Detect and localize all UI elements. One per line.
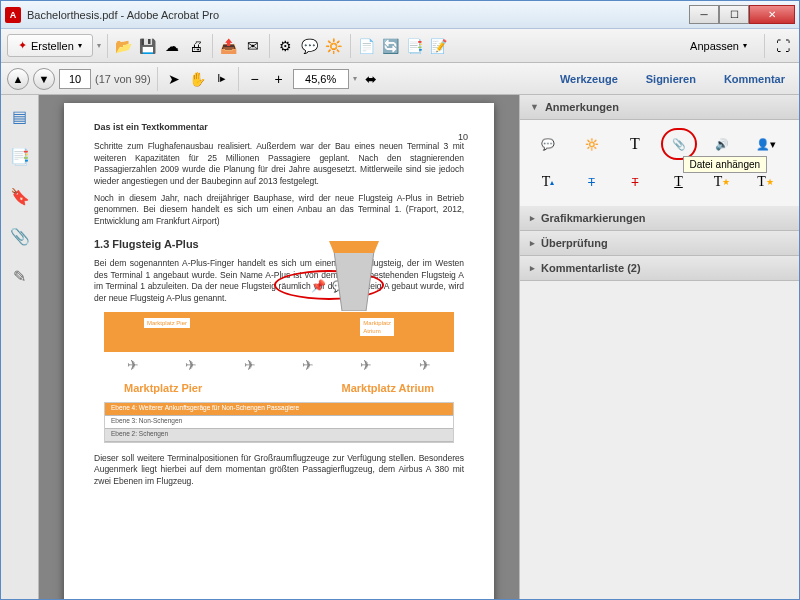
- separator: [238, 67, 239, 91]
- text-tool[interactable]: T: [621, 132, 649, 156]
- label-left: Marktplatz Pier: [124, 381, 202, 396]
- email-icon[interactable]: ✉: [243, 36, 263, 56]
- bookmarks-icon[interactable]: 🔖: [9, 185, 31, 207]
- panel-anmerkungen-header[interactable]: ▼Anmerkungen: [520, 95, 799, 120]
- zoom-input[interactable]: [293, 69, 349, 89]
- ueber-label: Überprüfung: [541, 237, 608, 249]
- window-controls: ─ ☐ ✕: [689, 5, 795, 24]
- pointer-icon[interactable]: ➤: [164, 69, 184, 89]
- cloud-icon[interactable]: ☁: [162, 36, 182, 56]
- label-marktplatz-pier-top: Marktplatz Pier: [144, 318, 190, 328]
- titlebar: A Bachelorthesis.pdf - Adobe Acrobat Pro…: [1, 1, 799, 29]
- rotate-icon[interactable]: 🔄: [381, 36, 401, 56]
- plane-row: ✈✈✈✈✈✈: [94, 352, 464, 379]
- layer-3: Ebene 3: Non-Schengen: [105, 416, 453, 429]
- label-right: Marktplatz Atrium: [342, 381, 435, 396]
- select-icon[interactable]: I▸: [212, 69, 232, 89]
- chevron-right-icon: ▸: [530, 213, 535, 223]
- separator: [157, 67, 158, 91]
- anmerkungen-label: Anmerkungen: [545, 101, 619, 113]
- fullscreen-icon[interactable]: ⛶: [773, 36, 793, 56]
- layer-4: Ebene 4: Weiterer Ankunftsgeräge für Non…: [105, 403, 453, 416]
- add-note-tool[interactable]: T★: [708, 170, 736, 194]
- strikeout-tool[interactable]: T: [621, 170, 649, 194]
- highlight-tool[interactable]: 🔆: [578, 132, 606, 156]
- save-icon[interactable]: 💾: [138, 36, 158, 56]
- separator: [764, 34, 765, 58]
- chevron-down-icon: ▼: [530, 102, 539, 112]
- delete-page-icon[interactable]: 📄: [357, 36, 377, 56]
- page-down-button[interactable]: ▼: [33, 68, 55, 90]
- comments-panel: ▼Anmerkungen 💬 🔆 T 📎 Datei anhängen 🔊 👤▾…: [519, 95, 799, 600]
- attach-file-tool[interactable]: 📎 Datei anhängen: [665, 132, 693, 156]
- page-number: 10: [458, 131, 468, 143]
- highlight-icon[interactable]: 🔆: [324, 36, 344, 56]
- edit-page-icon[interactable]: 📝: [429, 36, 449, 56]
- insert-text-tool[interactable]: T▴: [534, 170, 562, 194]
- chevron-right-icon: ▸: [530, 263, 535, 273]
- left-sidebar: ▤ 📑 🔖 📎 ✎: [1, 95, 39, 600]
- paragraph-1: Schritte zum Flughafenausbau realisiert.…: [94, 141, 464, 187]
- audio-tool[interactable]: 🔊: [708, 132, 736, 156]
- liste-label: Kommentarliste (2): [541, 262, 641, 274]
- panel-kommentarliste-header[interactable]: ▸Kommentarliste (2): [520, 256, 799, 281]
- settings-icon[interactable]: ⚙: [276, 36, 296, 56]
- thumbnails-icon[interactable]: ▤: [9, 105, 31, 127]
- diagram-labels: Marktplatz Pier Marktplatz Atrium: [94, 379, 464, 398]
- tab-werkzeuge[interactable]: Werkzeuge: [552, 67, 626, 91]
- maximize-button[interactable]: ☐: [719, 5, 749, 24]
- section-heading: 1.3 Flugsteig A-Plus: [94, 237, 464, 252]
- open-icon[interactable]: 📂: [114, 36, 134, 56]
- separator: [212, 34, 213, 58]
- hand-icon[interactable]: ✋: [188, 69, 208, 89]
- main-area: ▤ 📑 🔖 📎 ✎ Das ist ein Textkommentar 10 S…: [1, 95, 799, 600]
- terminal-diagram: Marktplatz Pier MarktplatzAtrium ✈✈✈✈✈✈ …: [94, 312, 464, 443]
- zoom-out-icon[interactable]: −: [245, 69, 265, 89]
- page-count-label: (17 von 99): [95, 73, 151, 85]
- tab-kommentar[interactable]: Kommentar: [716, 67, 793, 91]
- minimize-button[interactable]: ─: [689, 5, 719, 24]
- anpassen-button[interactable]: Anpassen ▾: [681, 35, 756, 57]
- tooltip: Datei anhängen: [683, 156, 768, 173]
- document-area[interactable]: Das ist ein Textkommentar 10 Schritte zu…: [39, 95, 519, 600]
- diagram-layers: Ebene 4: Weiterer Ankunftsgeräge für Non…: [104, 402, 454, 443]
- page-number-input[interactable]: [59, 69, 91, 89]
- plane-icon: ✈: [360, 356, 372, 375]
- tab-signieren[interactable]: Signieren: [638, 67, 704, 91]
- signatures-icon[interactable]: ✎: [9, 265, 31, 287]
- app-icon: A: [5, 7, 21, 23]
- text-box-tool[interactable]: T★: [752, 170, 780, 194]
- page-up-button[interactable]: ▲: [7, 68, 29, 90]
- comment-bubble-icon[interactable]: 💬: [300, 36, 320, 56]
- separator: [107, 34, 108, 58]
- panel-ueberpruefung-header[interactable]: ▸Überprüfung: [520, 231, 799, 256]
- panel-grafik-header[interactable]: ▸Grafikmarkierungen: [520, 206, 799, 231]
- right-tabs: Werkzeuge Signieren Kommentar: [552, 67, 793, 91]
- attachments-icon[interactable]: 📎: [9, 225, 31, 247]
- plane-icon: ✈: [419, 356, 431, 375]
- sticky-note-tool[interactable]: 💬: [534, 132, 562, 156]
- erstellen-dropdown[interactable]: ▾: [97, 41, 101, 50]
- print-icon[interactable]: 🖨: [186, 36, 206, 56]
- erstellen-button[interactable]: ✦Erstellen▾: [7, 34, 93, 57]
- svg-marker-1: [329, 241, 379, 253]
- stamp-tool[interactable]: 👤▾: [752, 132, 780, 156]
- window-title: Bachelorthesis.pdf - Adobe Acrobat Pro: [27, 9, 689, 21]
- plane-icon: ✈: [127, 356, 139, 375]
- close-button[interactable]: ✕: [749, 5, 795, 24]
- fit-width-icon[interactable]: ⬌: [361, 69, 381, 89]
- zoom-in-icon[interactable]: +: [269, 69, 289, 89]
- diagram-top-band: Marktplatz Pier MarktplatzAtrium: [104, 312, 454, 352]
- label-marktplatz-atrium-top: MarktplatzAtrium: [360, 318, 394, 336]
- share-icon[interactable]: 📤: [219, 36, 239, 56]
- main-toolbar: ✦Erstellen▾ ▾ 📂 💾 ☁ 🖨 📤 ✉ ⚙ 💬 🔆 📄 🔄 📑 📝 …: [1, 29, 799, 63]
- plane-icon: ✈: [244, 356, 256, 375]
- extract-icon[interactable]: 📑: [405, 36, 425, 56]
- svg-marker-0: [334, 251, 374, 311]
- zoom-dropdown[interactable]: ▾: [353, 74, 357, 83]
- layer-2: Ebene 2: Schengen: [105, 429, 453, 442]
- underline-tool[interactable]: T: [665, 170, 693, 194]
- pages-icon[interactable]: 📑: [9, 145, 31, 167]
- replace-text-tool[interactable]: T: [578, 170, 606, 194]
- pdf-page: Das ist ein Textkommentar 10 Schritte zu…: [64, 103, 494, 600]
